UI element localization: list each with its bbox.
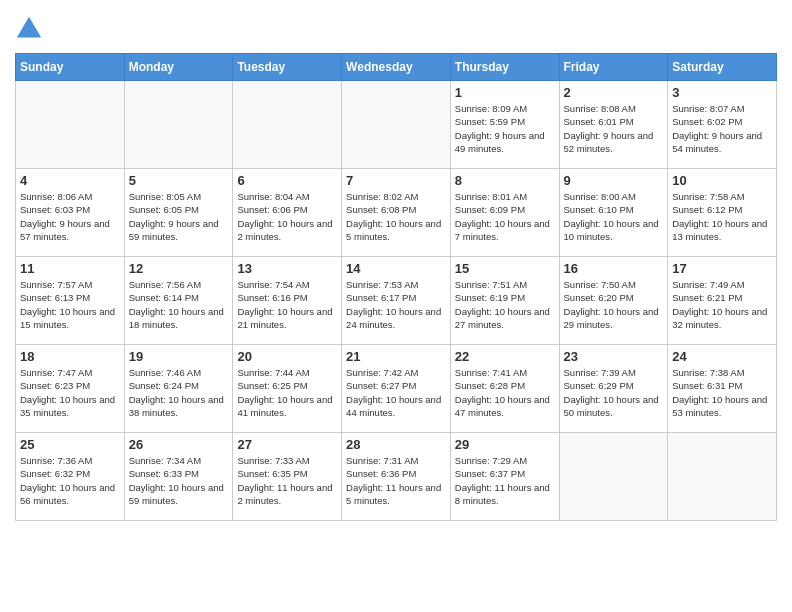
day-number: 11 [20, 261, 120, 276]
day-number: 19 [129, 349, 229, 364]
calendar-cell [233, 81, 342, 169]
calendar-cell: 14Sunrise: 7:53 AM Sunset: 6:17 PM Dayli… [342, 257, 451, 345]
day-info: Sunrise: 7:39 AM Sunset: 6:29 PM Dayligh… [564, 366, 664, 419]
day-info: Sunrise: 8:07 AM Sunset: 6:02 PM Dayligh… [672, 102, 772, 155]
day-info: Sunrise: 7:33 AM Sunset: 6:35 PM Dayligh… [237, 454, 337, 507]
calendar-cell: 17Sunrise: 7:49 AM Sunset: 6:21 PM Dayli… [668, 257, 777, 345]
day-info: Sunrise: 7:50 AM Sunset: 6:20 PM Dayligh… [564, 278, 664, 331]
day-of-week-header: Saturday [668, 54, 777, 81]
day-info: Sunrise: 7:57 AM Sunset: 6:13 PM Dayligh… [20, 278, 120, 331]
calendar-cell: 20Sunrise: 7:44 AM Sunset: 6:25 PM Dayli… [233, 345, 342, 433]
day-info: Sunrise: 7:44 AM Sunset: 6:25 PM Dayligh… [237, 366, 337, 419]
day-number: 7 [346, 173, 446, 188]
calendar-cell: 24Sunrise: 7:38 AM Sunset: 6:31 PM Dayli… [668, 345, 777, 433]
day-info: Sunrise: 8:01 AM Sunset: 6:09 PM Dayligh… [455, 190, 555, 243]
day-info: Sunrise: 8:08 AM Sunset: 6:01 PM Dayligh… [564, 102, 664, 155]
calendar-week-row: 11Sunrise: 7:57 AM Sunset: 6:13 PM Dayli… [16, 257, 777, 345]
day-number: 17 [672, 261, 772, 276]
page-header [15, 15, 777, 43]
calendar-cell: 5Sunrise: 8:05 AM Sunset: 6:05 PM Daylig… [124, 169, 233, 257]
calendar-cell: 25Sunrise: 7:36 AM Sunset: 6:32 PM Dayli… [16, 433, 125, 521]
day-number: 4 [20, 173, 120, 188]
calendar-cell: 19Sunrise: 7:46 AM Sunset: 6:24 PM Dayli… [124, 345, 233, 433]
calendar-cell: 6Sunrise: 8:04 AM Sunset: 6:06 PM Daylig… [233, 169, 342, 257]
calendar-cell [124, 81, 233, 169]
calendar-week-row: 18Sunrise: 7:47 AM Sunset: 6:23 PM Dayli… [16, 345, 777, 433]
day-info: Sunrise: 7:29 AM Sunset: 6:37 PM Dayligh… [455, 454, 555, 507]
calendar-cell: 23Sunrise: 7:39 AM Sunset: 6:29 PM Dayli… [559, 345, 668, 433]
calendar-cell: 22Sunrise: 7:41 AM Sunset: 6:28 PM Dayli… [450, 345, 559, 433]
calendar-cell [16, 81, 125, 169]
calendar-cell: 11Sunrise: 7:57 AM Sunset: 6:13 PM Dayli… [16, 257, 125, 345]
calendar-cell [668, 433, 777, 521]
day-number: 18 [20, 349, 120, 364]
calendar-cell [342, 81, 451, 169]
calendar-week-row: 4Sunrise: 8:06 AM Sunset: 6:03 PM Daylig… [16, 169, 777, 257]
logo [15, 15, 47, 43]
day-of-week-header: Tuesday [233, 54, 342, 81]
day-number: 20 [237, 349, 337, 364]
calendar-cell: 16Sunrise: 7:50 AM Sunset: 6:20 PM Dayli… [559, 257, 668, 345]
day-info: Sunrise: 8:04 AM Sunset: 6:06 PM Dayligh… [237, 190, 337, 243]
day-info: Sunrise: 7:42 AM Sunset: 6:27 PM Dayligh… [346, 366, 446, 419]
day-info: Sunrise: 7:49 AM Sunset: 6:21 PM Dayligh… [672, 278, 772, 331]
day-info: Sunrise: 7:54 AM Sunset: 6:16 PM Dayligh… [237, 278, 337, 331]
calendar-cell: 12Sunrise: 7:56 AM Sunset: 6:14 PM Dayli… [124, 257, 233, 345]
day-number: 13 [237, 261, 337, 276]
calendar-cell: 21Sunrise: 7:42 AM Sunset: 6:27 PM Dayli… [342, 345, 451, 433]
day-number: 25 [20, 437, 120, 452]
day-of-week-header: Monday [124, 54, 233, 81]
calendar-cell: 1Sunrise: 8:09 AM Sunset: 5:59 PM Daylig… [450, 81, 559, 169]
day-of-week-header: Friday [559, 54, 668, 81]
day-info: Sunrise: 7:58 AM Sunset: 6:12 PM Dayligh… [672, 190, 772, 243]
day-info: Sunrise: 8:00 AM Sunset: 6:10 PM Dayligh… [564, 190, 664, 243]
day-number: 12 [129, 261, 229, 276]
day-number: 27 [237, 437, 337, 452]
day-of-week-header: Sunday [16, 54, 125, 81]
calendar-cell: 15Sunrise: 7:51 AM Sunset: 6:19 PM Dayli… [450, 257, 559, 345]
calendar-cell: 9Sunrise: 8:00 AM Sunset: 6:10 PM Daylig… [559, 169, 668, 257]
day-number: 21 [346, 349, 446, 364]
day-number: 8 [455, 173, 555, 188]
day-info: Sunrise: 7:36 AM Sunset: 6:32 PM Dayligh… [20, 454, 120, 507]
calendar-week-row: 25Sunrise: 7:36 AM Sunset: 6:32 PM Dayli… [16, 433, 777, 521]
day-info: Sunrise: 7:31 AM Sunset: 6:36 PM Dayligh… [346, 454, 446, 507]
day-info: Sunrise: 8:02 AM Sunset: 6:08 PM Dayligh… [346, 190, 446, 243]
day-info: Sunrise: 8:06 AM Sunset: 6:03 PM Dayligh… [20, 190, 120, 243]
day-number: 24 [672, 349, 772, 364]
day-number: 6 [237, 173, 337, 188]
day-of-week-header: Thursday [450, 54, 559, 81]
day-info: Sunrise: 7:41 AM Sunset: 6:28 PM Dayligh… [455, 366, 555, 419]
calendar-header-row: SundayMondayTuesdayWednesdayThursdayFrid… [16, 54, 777, 81]
day-number: 2 [564, 85, 664, 100]
day-number: 16 [564, 261, 664, 276]
day-number: 15 [455, 261, 555, 276]
day-number: 29 [455, 437, 555, 452]
day-info: Sunrise: 8:09 AM Sunset: 5:59 PM Dayligh… [455, 102, 555, 155]
day-number: 28 [346, 437, 446, 452]
day-info: Sunrise: 7:47 AM Sunset: 6:23 PM Dayligh… [20, 366, 120, 419]
day-info: Sunrise: 7:38 AM Sunset: 6:31 PM Dayligh… [672, 366, 772, 419]
calendar-cell: 18Sunrise: 7:47 AM Sunset: 6:23 PM Dayli… [16, 345, 125, 433]
calendar-cell: 13Sunrise: 7:54 AM Sunset: 6:16 PM Dayli… [233, 257, 342, 345]
day-info: Sunrise: 7:51 AM Sunset: 6:19 PM Dayligh… [455, 278, 555, 331]
day-info: Sunrise: 7:53 AM Sunset: 6:17 PM Dayligh… [346, 278, 446, 331]
day-number: 9 [564, 173, 664, 188]
calendar-cell: 27Sunrise: 7:33 AM Sunset: 6:35 PM Dayli… [233, 433, 342, 521]
calendar-cell: 2Sunrise: 8:08 AM Sunset: 6:01 PM Daylig… [559, 81, 668, 169]
day-of-week-header: Wednesday [342, 54, 451, 81]
svg-marker-0 [17, 17, 41, 38]
day-number: 10 [672, 173, 772, 188]
calendar-cell: 8Sunrise: 8:01 AM Sunset: 6:09 PM Daylig… [450, 169, 559, 257]
calendar-cell: 28Sunrise: 7:31 AM Sunset: 6:36 PM Dayli… [342, 433, 451, 521]
day-number: 14 [346, 261, 446, 276]
calendar-cell: 10Sunrise: 7:58 AM Sunset: 6:12 PM Dayli… [668, 169, 777, 257]
calendar-week-row: 1Sunrise: 8:09 AM Sunset: 5:59 PM Daylig… [16, 81, 777, 169]
day-number: 23 [564, 349, 664, 364]
day-number: 1 [455, 85, 555, 100]
calendar-cell: 3Sunrise: 8:07 AM Sunset: 6:02 PM Daylig… [668, 81, 777, 169]
day-info: Sunrise: 7:46 AM Sunset: 6:24 PM Dayligh… [129, 366, 229, 419]
calendar-cell: 4Sunrise: 8:06 AM Sunset: 6:03 PM Daylig… [16, 169, 125, 257]
logo-icon [15, 15, 43, 43]
day-number: 3 [672, 85, 772, 100]
